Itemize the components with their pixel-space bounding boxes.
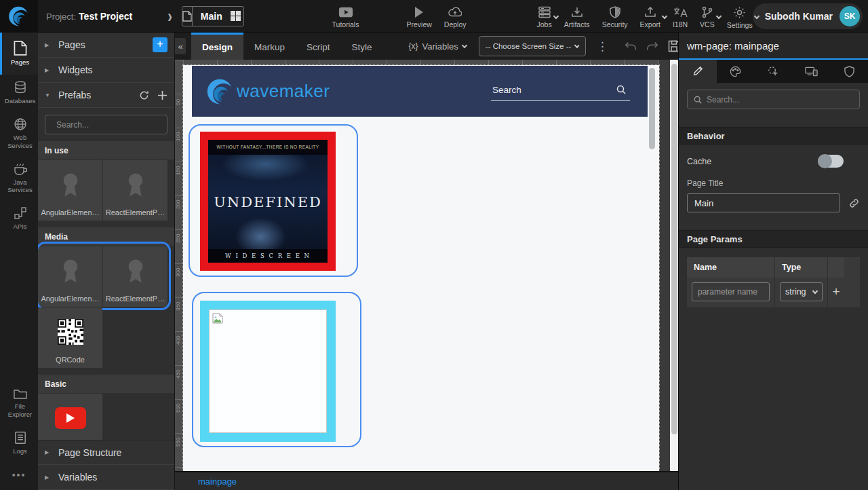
redo-button[interactable] [646, 41, 658, 52]
prefab-list: In use AngularElemen… ReactElementP… Med… [38, 141, 174, 440]
caret-right-icon: ▶ [45, 42, 54, 48]
tab-script[interactable]: Script [296, 33, 341, 60]
prefab-search-input[interactable] [56, 120, 161, 130]
globe-icon [14, 117, 27, 131]
user-menu[interactable]: Subodh Kumar SK [753, 3, 863, 29]
deploy-button[interactable]: Deploy [444, 3, 467, 29]
wavemaker-logo[interactable] [0, 0, 38, 33]
param-type-select[interactable]: string [780, 282, 823, 301]
poster-title: UNDEFINED [208, 194, 328, 210]
tutorials-button[interactable]: Tutorials [332, 3, 359, 29]
prefab-tile[interactable]: ReactElementP… [103, 160, 167, 221]
page-grid-icon[interactable] [231, 11, 241, 21]
section-widgets[interactable]: ▶ Widgets [38, 58, 174, 83]
page-preview[interactable]: wavemaker Search WITHOUT FANTASY...THERE… [183, 65, 659, 471]
prefab-tile-youtube[interactable]: Youtube [38, 394, 102, 440]
prefab-tile-qrcode[interactable]: QRCode [38, 307, 102, 368]
tab-devices[interactable] [792, 60, 830, 83]
cursor-click-icon [768, 66, 779, 77]
import-prefab-button[interactable] [157, 90, 167, 100]
caret-right-icon: ▶ [45, 67, 54, 73]
column-header-type: Type [775, 257, 828, 278]
poster-tagline: WITHOUT FANTASY...THERE IS NO REALITY [208, 140, 328, 155]
artifacts-button[interactable]: Artifacts [564, 3, 590, 29]
redo-icon [646, 41, 658, 52]
vcs-icon [701, 6, 713, 18]
caret-down-icon: ▼ [45, 92, 54, 98]
rail-item-apis[interactable]: APIs [0, 200, 38, 237]
site-search-field[interactable]: Search [491, 82, 630, 101]
add-param-button[interactable]: + [828, 278, 844, 307]
security-button[interactable]: Security [602, 3, 628, 29]
screen-size-caret-icon [574, 42, 580, 48]
vcs-button[interactable]: VCS [700, 3, 715, 29]
rail-item-databases[interactable]: Databases [0, 75, 38, 111]
pages-panel: ▶ Pages + ▶ Widgets ▼ Prefabs In use Ang… [38, 33, 175, 490]
project-name: Test Project [79, 11, 132, 22]
picture-widget-poster[interactable]: WITHOUT FANTASY...THERE IS NO REALITY UN… [200, 132, 336, 271]
avatar: SK [840, 6, 860, 26]
undo-button[interactable] [625, 41, 637, 52]
poster-footer: W I D E S C R E E N [208, 249, 328, 263]
canvas-scrollbar-thumb[interactable] [671, 64, 677, 434]
refresh-prefabs-button[interactable] [139, 90, 149, 100]
tab-style[interactable]: Style [341, 33, 383, 60]
page-scrollbar-thumb[interactable] [649, 68, 655, 149]
screen-size-select[interactable]: -- Choose Screen Size -- [479, 36, 586, 56]
prefab-tile[interactable]: AngularElemen… [38, 160, 102, 221]
rail-item-file-explorer[interactable]: File Explorer [0, 381, 38, 425]
tab-events[interactable] [755, 60, 793, 83]
page-header-widget[interactable]: wavemaker Search [192, 66, 648, 117]
section-pages[interactable]: ▶ Pages + [38, 33, 174, 58]
section-page-structure[interactable]: ▶ Page Structure [38, 440, 174, 465]
page-params-section-header: Page Params [679, 230, 868, 248]
tab-styles[interactable] [717, 60, 755, 83]
section-variables[interactable]: ▶ Variables [38, 465, 174, 490]
rail-item-logs[interactable]: Logs [0, 425, 38, 461]
tab-markup[interactable]: Markup [243, 33, 296, 60]
param-name-input[interactable] [692, 282, 770, 301]
project-breadcrumb: Project:Test Project [46, 11, 132, 22]
bind-link-icon[interactable] [848, 197, 860, 209]
page-selector[interactable]: Main [182, 6, 244, 26]
rail-item-pages[interactable]: Pages [0, 33, 38, 75]
properties-panel-title: wm-page: mainpage [679, 33, 868, 60]
search-icon [694, 96, 702, 104]
page-title-input[interactable] [687, 193, 840, 212]
rail-item-java-services[interactable]: Java Services [0, 156, 38, 201]
site-logo-text: wavemaker [237, 81, 330, 102]
picture-widget-empty[interactable] [200, 301, 336, 442]
prefab-ribbon-icon [123, 170, 149, 199]
properties-tabs [679, 60, 868, 83]
prefab-tile-selected[interactable]: ReactElementP… [103, 246, 167, 307]
preview-button[interactable]: Preview [406, 3, 431, 29]
rail-item-web-services[interactable]: Web Services [0, 111, 38, 156]
collapse-left-panel-button[interactable]: « [175, 38, 186, 54]
export-caret-icon [662, 13, 667, 18]
canvas-scrollbar-track[interactable] [670, 60, 678, 471]
status-bar: mainpage [175, 471, 678, 490]
variables-menu[interactable]: {x} Variables [409, 41, 467, 52]
rail-more-button[interactable]: ••• [0, 461, 38, 490]
vertical-ruler: 50100 150200 250300 350400 450500 550 [175, 60, 183, 471]
caret-right-icon: ▶ [45, 449, 54, 455]
jobs-button[interactable]: Jobs [537, 3, 552, 29]
tab-properties[interactable] [679, 60, 717, 83]
tutorials-icon [338, 6, 353, 18]
cache-toggle[interactable] [818, 155, 844, 168]
export-button[interactable]: Export [640, 3, 660, 29]
tab-security[interactable] [830, 60, 868, 83]
tab-design[interactable]: Design [191, 33, 243, 60]
i18n-button[interactable]: I18N [673, 3, 688, 29]
add-page-button[interactable]: + [153, 37, 167, 52]
section-prefabs[interactable]: ▼ Prefabs [38, 83, 174, 108]
settings-button[interactable]: Settings [727, 3, 753, 29]
properties-search-input[interactable] [707, 95, 853, 105]
settings-icon [733, 6, 746, 19]
active-page-name[interactable]: mainpage [198, 476, 237, 487]
prefab-tile-selected[interactable]: AngularElemen… [38, 246, 102, 307]
export-icon [644, 6, 656, 18]
deploy-icon [448, 6, 462, 18]
more-options-button[interactable]: ⋮ [597, 39, 608, 54]
user-name: Subodh Kumar [765, 11, 833, 22]
